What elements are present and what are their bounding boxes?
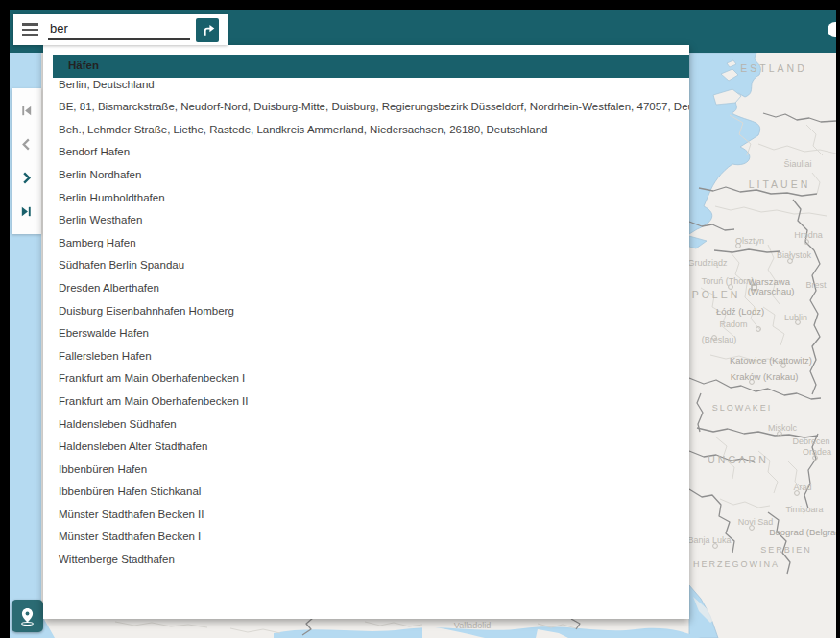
turn-right-arrow-icon <box>200 22 216 38</box>
search-suggestions-dropdown: OrteBerlin, 10117, DeutschlandBerlin, De… <box>43 45 689 619</box>
suggestion-item[interactable]: Münster Stadthafen Becken I <box>43 526 689 549</box>
map-place-label: Kraków (Krakau) <box>731 371 799 382</box>
map-place-label: Hrodna <box>794 230 823 240</box>
skip-last-icon <box>19 204 34 219</box>
hamburger-icon <box>22 23 38 36</box>
map-place-label: Lublin <box>784 313 807 322</box>
skip-last-button[interactable] <box>12 195 41 228</box>
suggestion-item[interactable]: Frankfurt am Main Oberhafenbecken I <box>43 367 689 390</box>
map-place-label: (Warschau) <box>748 286 795 296</box>
map-place-label: Oradea <box>803 447 831 457</box>
suggestion-item[interactable]: Wittenberge Stadthafen <box>43 549 689 572</box>
suggestion-item[interactable]: Ibbenbüren Hafen Stichkanal <box>43 481 689 504</box>
suggestion-section-header: Häfen <box>53 55 689 78</box>
suggestion-item[interactable]: Berlin Westhafen <box>43 209 689 232</box>
map-place-label: Łódź (Lodz) <box>716 306 764 317</box>
search-input[interactable] <box>48 19 190 40</box>
suggestion-item[interactable]: Fallersleben Hafen <box>43 345 689 368</box>
map-place-label: LITAUEN <box>749 178 811 190</box>
step-nav-panel <box>12 88 41 234</box>
menu-button[interactable] <box>13 14 46 45</box>
map-place-label: SLOWAKEI <box>712 403 773 413</box>
next-button[interactable] <box>12 161 41 195</box>
chevron-left-icon <box>19 137 34 152</box>
map-place-label: Radom <box>719 319 747 329</box>
suggestion-item[interactable]: Haldensleben Alter Stadthafen <box>43 436 689 459</box>
map-place-label: Timișoara <box>785 505 823 514</box>
suggestion-item[interactable]: Berlin Humboldthafen <box>43 187 689 210</box>
location-pin-icon <box>18 607 36 626</box>
suggestion-item[interactable]: Bamberg Hafen <box>43 232 689 255</box>
suggestion-list: OrteBerlin, 10117, DeutschlandBerlin, De… <box>43 51 689 572</box>
suggestion-item[interactable]: Südhafen Berlin Spandau <box>43 254 689 277</box>
map-place-label: Valladolid <box>454 621 491 630</box>
suggestion-item[interactable]: Duisburg Eisenbahnhafen Homberg <box>43 300 689 323</box>
suggestion-item[interactable]: Bendorf Hafen <box>43 141 689 164</box>
map-place-label: Arad <box>793 483 811 492</box>
map-place-label: UNGARN <box>708 454 769 465</box>
suggestion-item[interactable]: Dresden Alberthafen <box>43 277 689 300</box>
map-place-label: Katowice (Kattowitz) <box>730 355 812 366</box>
suggestion-item[interactable]: Frankfurt am Main Oberhafenbecken II <box>43 390 689 414</box>
map-place-label: Šiauliai <box>783 159 811 169</box>
map-place-label: Brest <box>805 280 827 290</box>
map-place-label: Grudziądz <box>687 258 728 268</box>
map-place-label: Olsztyn <box>735 236 764 246</box>
map-place-label: Toruń (Thorn) <box>702 276 755 286</box>
suggestion-item[interactable]: BE, 81, Bismarckstraße, Neudorf-Nord, Du… <box>43 96 689 119</box>
suggestion-item[interactable]: Beh., Lehmder Straße, Liethe, Rastede, L… <box>43 119 689 142</box>
suggestion-item[interactable]: Berlin Nordhafen <box>43 164 689 187</box>
map-place-label: ESTLAND <box>740 62 806 74</box>
locate-button[interactable] <box>12 600 43 632</box>
map-place-label: Beograd (Belgrad) <box>769 527 840 537</box>
suggestion-item[interactable]: Münster Stadthafen Becken II <box>43 504 689 527</box>
prev-button[interactable] <box>12 128 41 161</box>
directions-button[interactable] <box>196 18 219 42</box>
suggestion-item[interactable]: Eberswalde Hafen <box>43 322 689 345</box>
map-place-label: Banja Luka <box>687 535 731 545</box>
map-place-label: POLEN <box>692 289 741 300</box>
chevron-right-icon <box>19 171 34 185</box>
suggestion-item[interactable]: Ibbenbüren Hafen <box>43 459 689 482</box>
account-icon[interactable] <box>828 22 836 37</box>
map-place-label: Debrecen <box>792 437 829 446</box>
skip-first-button[interactable] <box>12 94 41 128</box>
search-bar <box>13 14 228 45</box>
map-place-label: Novi Sad <box>738 517 774 527</box>
skip-first-icon <box>19 104 34 118</box>
map-place-label: (Breslau) <box>702 335 737 344</box>
map-place-label: Miskolc <box>768 423 798 433</box>
map-place-label: SERBIEN <box>760 545 812 555</box>
suggestion-item[interactable]: Haldensleben Südhafen <box>43 414 689 437</box>
map-place-label: Białystok <box>777 250 812 260</box>
